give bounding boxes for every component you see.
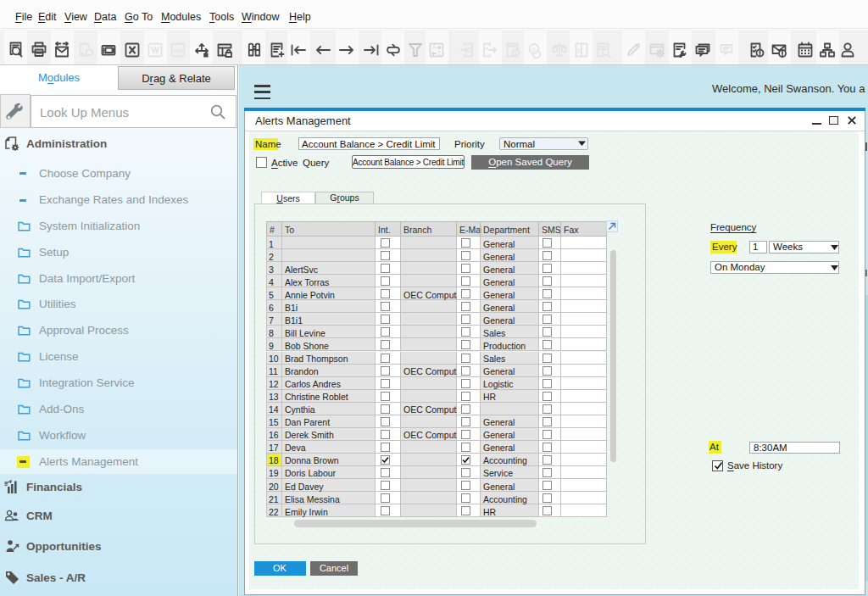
svg-text:A: A [432, 44, 437, 50]
svg-text:W: W [151, 46, 159, 55]
svg-text:S: S [576, 47, 581, 54]
svg-text:S: S [531, 45, 536, 53]
svg-text:Z: Z [437, 50, 441, 56]
svg-text:PDF: PDF [173, 48, 183, 53]
